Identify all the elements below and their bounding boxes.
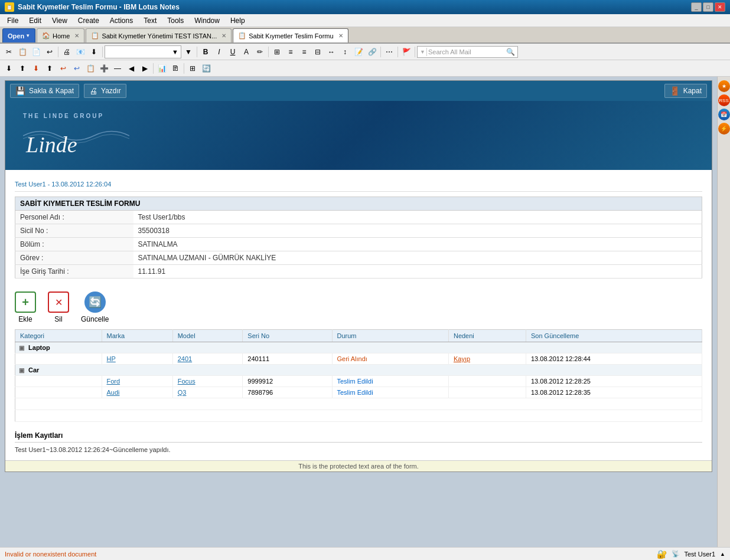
- tb-italic[interactable]: I: [213, 45, 226, 58]
- tb-bold[interactable]: B: [199, 45, 212, 58]
- tb2-btn3[interactable]: ⬇: [30, 62, 43, 75]
- font-dropdown[interactable]: ▼: [105, 45, 181, 58]
- tb-email[interactable]: 📧: [74, 45, 87, 58]
- menu-file[interactable]: File: [2, 15, 23, 26]
- menu-tools[interactable]: Tools: [162, 15, 188, 26]
- tb-print[interactable]: 🖨: [60, 45, 73, 58]
- tb-paste[interactable]: 📄: [30, 45, 43, 58]
- tb-underline[interactable]: U: [226, 45, 239, 58]
- menu-text[interactable]: Text: [139, 15, 161, 26]
- minimize-button[interactable]: _: [691, 2, 702, 12]
- user-chevron[interactable]: ▲: [720, 551, 725, 557]
- category-laptop-label: Laptop: [28, 344, 50, 351]
- maximize-button[interactable]: □: [703, 2, 713, 12]
- tb2-btn4[interactable]: ⬆: [43, 62, 56, 75]
- sidebar-btn-star[interactable]: ⚡: [718, 123, 730, 135]
- menu-window[interactable]: Window: [190, 15, 224, 26]
- tb2-btn10[interactable]: ◀: [125, 62, 138, 75]
- asset-model-0[interactable]: 2401: [172, 353, 243, 365]
- menu-help[interactable]: Help: [226, 15, 250, 26]
- guncelle-icon: 🔄: [84, 292, 106, 313]
- tb-ol[interactable]: ≡: [298, 45, 311, 58]
- tb2-btn12[interactable]: 📊: [155, 62, 168, 75]
- tb2-btn13[interactable]: 🖹: [169, 62, 182, 75]
- tab-home-close[interactable]: ✕: [74, 32, 79, 39]
- save-close-button[interactable]: 💾 Sakla & Kapat: [10, 84, 79, 98]
- menu-view[interactable]: View: [47, 15, 72, 26]
- search-dropdown-btn[interactable]: ▼: [420, 49, 425, 55]
- tb-link[interactable]: 🔗: [366, 45, 379, 58]
- field-value-4: 11.11.91: [133, 265, 702, 279]
- empty-row-2: [15, 410, 702, 422]
- tb-copy[interactable]: 📋: [16, 45, 29, 58]
- tab-open[interactable]: Open ▼: [2, 28, 35, 42]
- sidebar-btn-cal[interactable]: 📅: [718, 109, 730, 120]
- tb2-btn7[interactable]: 📋: [84, 62, 97, 75]
- close-button[interactable]: ✕: [715, 2, 725, 12]
- tb2-btn11[interactable]: ▶: [138, 62, 151, 75]
- tb-sep-5: [380, 47, 381, 57]
- menu-create[interactable]: Create: [73, 15, 104, 26]
- tb-list[interactable]: ≡: [284, 45, 297, 58]
- asset-neden-0[interactable]: Kayıp: [448, 353, 526, 365]
- tb-table[interactable]: ⊞: [271, 45, 283, 58]
- asset-guncelleme-audi: 13.08.2012 12:28:35: [526, 387, 702, 398]
- asset-model-audi[interactable]: Q3: [172, 387, 243, 398]
- svg-text:Linde: Linde: [25, 132, 77, 156]
- tb-indent[interactable]: 📝: [352, 45, 365, 58]
- status-bar-right: 🔐 📡 Test User1 ▲: [657, 549, 726, 559]
- table-row: İşe Giriş Tarihi : 11.11.91: [15, 265, 702, 279]
- tb2-btn14[interactable]: ⊞: [186, 62, 199, 75]
- tb-align-c[interactable]: ↔: [325, 45, 338, 58]
- tb-align-l[interactable]: ⊟: [311, 45, 324, 58]
- tb-undo[interactable]: ↩: [43, 45, 56, 58]
- close-button[interactable]: 🚪 Kapat: [664, 84, 707, 98]
- tb2-btn1[interactable]: ⬇: [2, 62, 15, 75]
- asset-row-audi: Audi Q3 7898796 Teslim Edildi 13.08.2012…: [15, 387, 702, 398]
- sidebar-btn-orange[interactable]: ★: [718, 80, 730, 92]
- tab-home[interactable]: 🏠 Home ✕: [37, 28, 84, 42]
- asset-seri-ford: 9999912: [243, 376, 332, 387]
- asset-marka-0[interactable]: HP: [102, 353, 172, 365]
- tb2-btn2[interactable]: ⬆: [16, 62, 29, 75]
- col-kategori: Kategori: [15, 330, 102, 342]
- tb-align-r[interactable]: ↕: [338, 45, 351, 58]
- menu-edit[interactable]: Edit: [24, 15, 46, 26]
- tab-form[interactable]: 📋 Sabit Kıymetler Teslim Formu ✕: [233, 28, 348, 42]
- tb-highlight[interactable]: ✏: [253, 45, 266, 58]
- search-icon[interactable]: 🔍: [506, 48, 515, 56]
- tb2-btn6[interactable]: ↩: [70, 62, 83, 75]
- tb-flag[interactable]: 🚩: [400, 45, 413, 58]
- tb2-btn9[interactable]: —: [111, 62, 124, 75]
- tb-more[interactable]: ⋯: [383, 45, 396, 58]
- tb-dropdown-arrow[interactable]: ▼: [182, 45, 195, 58]
- sil-button[interactable]: ✕ Sil: [48, 292, 69, 323]
- tb-cut[interactable]: ✂: [2, 45, 15, 58]
- app-icon: 📋: [5, 2, 14, 12]
- tab-mgmt[interactable]: 📋 Sabit Kıymetler Yönetimi TEST ISTAN...…: [86, 28, 232, 42]
- table-row: Sicil No : 35500318: [15, 224, 702, 238]
- tab-mgmt-close[interactable]: ✕: [221, 32, 226, 39]
- tb2-btn8[interactable]: ➕: [97, 62, 110, 75]
- tab-form-close[interactable]: ✕: [338, 32, 343, 39]
- expand-icon-laptop[interactable]: ▣: [19, 345, 24, 351]
- tb-down[interactable]: ⬇: [87, 45, 100, 58]
- linde-logo: THE LINDE GROUP Linde: [23, 113, 129, 158]
- field-label-0: Personel Adı :: [15, 211, 133, 224]
- sidebar-btn-rss[interactable]: RSS: [718, 94, 730, 106]
- asset-marka-ford[interactable]: Ford: [102, 376, 172, 387]
- asset-marka-audi[interactable]: Audi: [102, 387, 172, 398]
- tb2-btn5[interactable]: ↩: [57, 62, 70, 75]
- field-value-3: SATINALMA UZMANI - GÜMRÜK NAKLİYE: [133, 251, 702, 265]
- print-button[interactable]: 🖨 Yazdır: [84, 84, 126, 98]
- ekle-button[interactable]: + Ekle: [15, 292, 36, 323]
- asset-model-ford[interactable]: Focus: [172, 376, 243, 387]
- tb-sep-6: [397, 47, 398, 57]
- guncelle-button[interactable]: 🔄 Güncelle: [81, 292, 109, 323]
- tb-font-color[interactable]: A: [240, 45, 253, 58]
- search-sep: [426, 48, 427, 56]
- search-input[interactable]: [428, 48, 505, 55]
- menu-actions[interactable]: Actions: [105, 15, 138, 26]
- tb2-btn15[interactable]: 🔄: [200, 62, 213, 75]
- expand-icon-car[interactable]: ▣: [19, 367, 24, 374]
